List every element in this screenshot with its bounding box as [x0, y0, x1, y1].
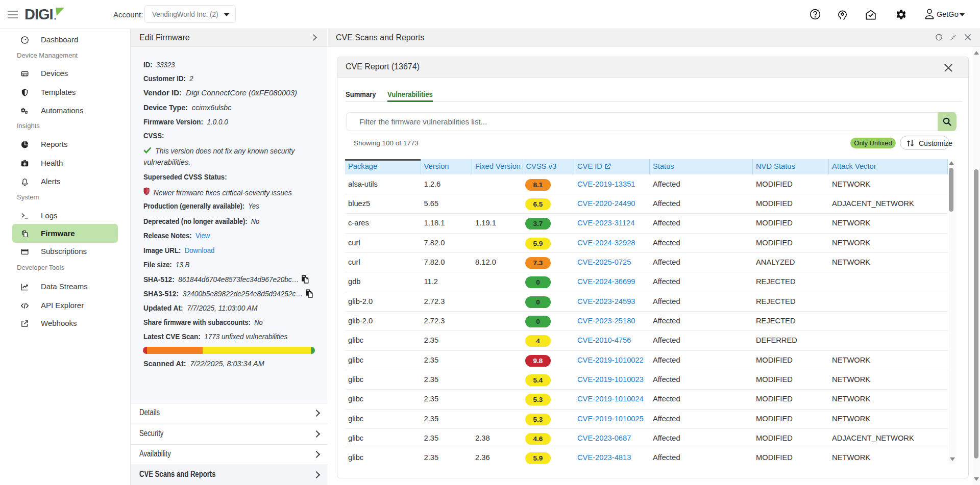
svg-text:DIGI: DIGI — [24, 7, 53, 22]
